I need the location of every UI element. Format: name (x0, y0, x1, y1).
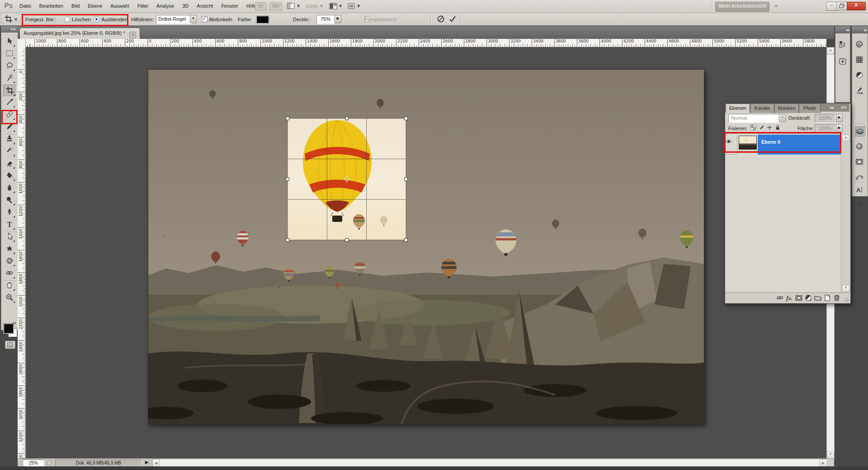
dodge-tool[interactable] (3, 194, 16, 206)
commit-crop-icon[interactable] (448, 15, 457, 23)
tools-panel-header[interactable]: ▸▸ (1, 26, 18, 33)
menu-bearbeiten[interactable]: Bearbeiten (35, 0, 67, 13)
shield-color-swatch[interactable] (256, 15, 269, 24)
quick-selection-tool[interactable] (3, 72, 16, 84)
history-brush-tool[interactable] (3, 146, 16, 157)
window-close-button[interactable]: X (847, 2, 866, 10)
masks-icon[interactable] (855, 157, 865, 168)
radio-delete[interactable] (64, 16, 70, 22)
brush-presets-icon[interactable] (855, 86, 865, 96)
lock-transparency-icon[interactable] (750, 125, 757, 132)
screen-mode-icon[interactable] (347, 2, 356, 10)
crop-handle[interactable] (345, 117, 349, 120)
quick-mask-button[interactable] (5, 341, 15, 349)
status-zoom-field[interactable]: 25% (23, 460, 44, 467)
shield-checkbox-label[interactable]: Abdunkeln (209, 17, 232, 22)
tab-kanaele[interactable]: Kanäle (750, 103, 774, 113)
lock-all-icon[interactable] (775, 125, 782, 132)
delete-layer-icon[interactable] (833, 294, 841, 302)
menu-datei[interactable]: Datei (15, 0, 35, 13)
blend-mode-arrow[interactable]: ▼ (779, 114, 786, 122)
radio-hide[interactable] (94, 16, 99, 22)
crop-handle[interactable] (286, 178, 289, 181)
radio-delete-label[interactable]: Löschen (72, 17, 91, 22)
workspace-overflow-chevron[interactable]: » (774, 2, 778, 9)
custom-shape-tool[interactable] (3, 243, 16, 255)
brush-tool[interactable] (3, 121, 16, 133)
photo-image[interactable] (148, 70, 704, 424)
lock-paint-icon[interactable] (759, 125, 765, 132)
window-restore-button[interactable] (836, 2, 847, 10)
fill-field[interactable]: 100% (815, 124, 835, 133)
status-doc-info[interactable]: Dok: 45,9 MB/45,9 MB (55, 460, 142, 467)
blur-tool[interactable] (3, 182, 16, 194)
photo-canvas[interactable] (148, 69, 704, 424)
arrange-documents-dropdown-arrow[interactable]: ▼ (339, 4, 342, 8)
color-icon[interactable] (855, 40, 865, 50)
layer-thumbnail[interactable] (739, 136, 757, 150)
fill-spinner[interactable]: ▶ (836, 124, 843, 132)
eraser-tool[interactable] (3, 158, 16, 169)
horizontal-ruler[interactable]: 1000800600400200020040060080010001200140… (26, 39, 826, 47)
shield-opacity-spinner[interactable]: ▶ (335, 15, 341, 23)
spot-healing-brush-tool[interactable] (3, 109, 16, 121)
layer-list-scrollbar[interactable]: ▲ ▼ (841, 134, 850, 293)
paragraph-icon[interactable]: ¶ (855, 199, 865, 209)
crop-handle[interactable] (286, 239, 289, 242)
panel-expand-chevrons[interactable]: ▸▸ (830, 105, 835, 110)
crop-handle[interactable] (286, 117, 289, 120)
blend-mode-select[interactable]: Normal (728, 114, 781, 123)
clone-stamp-tool[interactable] (3, 133, 16, 145)
new-group-icon[interactable] (814, 294, 822, 302)
layer-thumbnail-cell[interactable] (737, 135, 759, 151)
menu-3d[interactable]: 3D (178, 0, 193, 13)
menu-bild[interactable]: Bild (67, 0, 84, 13)
ruler-origin-corner[interactable] (18, 39, 26, 47)
layer-opacity-spinner[interactable]: ▶ (836, 114, 843, 122)
status-menu-arrow[interactable]: ▶ (145, 460, 149, 465)
cancel-crop-icon[interactable] (437, 15, 445, 23)
menu-auswahl[interactable]: Auswahl (106, 0, 133, 13)
guides-select-arrow[interactable]: ▼ (190, 15, 197, 23)
shield-checkbox[interactable] (202, 16, 208, 22)
new-adjustment-layer-icon[interactable] (804, 294, 812, 302)
crop-handle[interactable] (405, 178, 408, 181)
app-zoom-level[interactable]: 100% (306, 4, 318, 9)
dock2-collapse-chevron[interactable]: ◂◂ (852, 26, 868, 33)
layer-comps-icon[interactable] (839, 40, 849, 50)
panel-resize-grip[interactable] (844, 297, 849, 302)
menu-ansicht[interactable]: Ansicht (193, 0, 217, 13)
new-layer-icon[interactable] (823, 294, 831, 302)
add-layer-mask-icon[interactable] (795, 294, 803, 302)
menu-analyse[interactable]: Analyse (152, 0, 178, 13)
eyedropper-tool[interactable] (3, 97, 16, 108)
pen-tool[interactable] (3, 207, 16, 218)
canvas-pasteboard[interactable] (26, 47, 826, 458)
guides-select[interactable]: Drittel-Regel (156, 15, 192, 24)
crop-tool[interactable] (3, 85, 17, 97)
styles-icon[interactable] (855, 142, 865, 152)
menu-filter[interactable]: Filter (133, 0, 152, 13)
layer-name[interactable]: Ebene 0 (758, 135, 844, 155)
path-selection-tool[interactable] (3, 231, 16, 243)
lock-position-icon[interactable] (767, 125, 774, 132)
window-minimize-button[interactable]: — (826, 2, 837, 11)
character-icon[interactable]: A (855, 185, 865, 196)
crop-handle[interactable] (405, 117, 408, 120)
move-tool[interactable] (3, 36, 16, 47)
type-tool[interactable]: T (3, 219, 16, 230)
minibridge-button[interactable]: Mb (269, 2, 282, 11)
menu-ebene[interactable]: Ebene (84, 0, 106, 13)
vertical-ruler[interactable]: 0200400600800100012001400160018002000220… (18, 47, 26, 458)
screen-mode-dropdown-arrow[interactable]: ▼ (357, 4, 360, 8)
crop-handle[interactable] (405, 239, 408, 242)
crop-tool-options-icon[interactable] (5, 15, 13, 23)
zoom-tool[interactable] (3, 292, 16, 304)
3d-object-rotate-tool[interactable] (3, 255, 16, 267)
layer-style-fx-icon[interactable]: fx. (785, 294, 793, 302)
paint-bucket-tool[interactable] (3, 170, 16, 182)
radio-hide-label[interactable]: Ausblenden (101, 17, 127, 22)
document-tab-close-icon[interactable]: x (129, 32, 136, 38)
layer-opacity-field[interactable]: 100% (815, 114, 835, 123)
foreground-color-swatch[interactable] (4, 324, 14, 334)
